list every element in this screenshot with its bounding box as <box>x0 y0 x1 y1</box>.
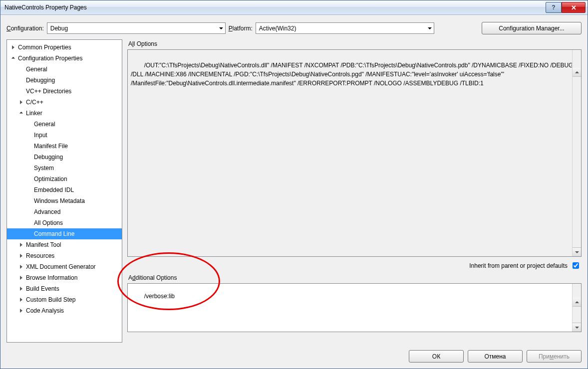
command-line-page: All Options /OUT:"C:\TfsProjects\Debug\N… <box>127 39 582 343</box>
tree-linker-debugging[interactable]: Debugging <box>7 152 122 163</box>
tree-linker-input[interactable]: Input <box>7 130 122 141</box>
tree-resources[interactable]: Resources <box>7 250 122 261</box>
platform-label: Platform: <box>229 25 253 32</box>
inherit-label: Inherit from parent or project defaults <box>469 262 568 269</box>
tree-linker-manifest-file[interactable]: Manifest File <box>7 141 122 152</box>
tree-linker-windows-metadata[interactable]: Windows Metadata <box>7 195 122 206</box>
all-options-textbox[interactable]: /OUT:"C:\TfsProjects\Debug\NativeControl… <box>127 49 582 257</box>
tree-ccpp[interactable]: C/C++ <box>7 97 122 108</box>
inherit-checkbox[interactable] <box>573 262 579 269</box>
tree-linker-command-line[interactable]: Command Line <box>7 228 122 239</box>
inherit-row: Inherit from parent or project defaults <box>127 257 582 273</box>
chevron-right-icon <box>18 253 24 259</box>
chevron-right-icon <box>18 242 24 248</box>
scroll-up-icon[interactable] <box>573 68 581 77</box>
tree-configuration-properties[interactable]: Configuration Properties <box>7 53 122 64</box>
scroll-down-icon[interactable] <box>573 247 581 256</box>
chevron-down-icon <box>10 55 16 61</box>
tree-common-properties[interactable]: Common Properties <box>7 42 122 53</box>
chevron-right-icon <box>18 297 24 303</box>
tree-linker-general[interactable]: General <box>7 119 122 130</box>
window-title: NativeControls Property Pages <box>4 4 546 11</box>
help-icon: ? <box>552 4 555 11</box>
cancel-button[interactable]: Отмена <box>468 350 523 363</box>
tree-manifest-tool[interactable]: Manifest Tool <box>7 239 122 250</box>
tree-browse-information[interactable]: Browse Information <box>7 272 122 283</box>
platform-value: Active(Win32) <box>259 25 296 32</box>
scroll-down-icon[interactable] <box>573 323 581 332</box>
tree-linker[interactable]: Linker <box>7 108 122 119</box>
scrollbar[interactable] <box>572 50 581 256</box>
dialog-window: NativeControls Property Pages ? ✕ Config… <box>0 0 588 369</box>
tree-debugging[interactable]: Debugging <box>7 75 122 86</box>
chevron-right-icon <box>18 275 24 281</box>
chevron-down-icon <box>18 110 24 116</box>
close-button[interactable]: ✕ <box>562 2 586 13</box>
configuration-value: Debug <box>50 25 68 32</box>
tree-linker-advanced[interactable]: Advanced <box>7 206 122 217</box>
configuration-dropdown[interactable]: Debug <box>47 22 226 34</box>
tree-build-events[interactable]: Build Events <box>7 283 122 294</box>
chevron-right-icon <box>18 308 24 314</box>
main-area: Common Properties Configuration Properti… <box>0 39 588 346</box>
chevron-right-icon <box>18 99 24 105</box>
titlebar: NativeControls Property Pages ? ✕ <box>0 0 588 15</box>
configuration-label: Configuration: <box>6 25 44 32</box>
tree-linker-all-options[interactable]: All Options <box>7 217 122 228</box>
chevron-right-icon <box>18 286 24 292</box>
scroll-up-icon[interactable] <box>573 298 581 307</box>
tree-custom-build-step[interactable]: Custom Build Step <box>7 294 122 305</box>
tree-linker-embedded-idl[interactable]: Embedded IDL <box>7 184 122 195</box>
tree-vcpp-directories[interactable]: VC++ Directories <box>7 86 122 97</box>
platform-dropdown[interactable]: Active(Win32) <box>256 22 434 34</box>
tree-linker-system[interactable]: System <box>7 163 122 174</box>
tree-panel[interactable]: Common Properties Configuration Properti… <box>6 39 122 343</box>
chevron-right-icon <box>10 44 16 50</box>
additional-options-label: Additional Options <box>127 273 582 283</box>
scrollbar[interactable] <box>572 284 581 332</box>
close-icon: ✕ <box>571 4 577 11</box>
apply-button[interactable]: Применить <box>527 350 582 363</box>
ok-button[interactable]: ОК <box>409 350 464 363</box>
all-options-label: All Options <box>127 39 582 49</box>
additional-options-textbox[interactable]: /verbose:lib <box>127 283 582 332</box>
tree-general[interactable]: General <box>7 64 122 75</box>
top-controls: Configuration: Debug Platform: Active(Wi… <box>0 15 588 39</box>
tree-code-analysis[interactable]: Code Analysis <box>7 305 122 316</box>
tree-linker-optimization[interactable]: Optimization <box>7 174 122 184</box>
configuration-manager-button[interactable]: Configuration Manager... <box>482 22 582 34</box>
dialog-buttons: ОК Отмена Применить <box>0 346 588 369</box>
chevron-right-icon <box>18 264 24 270</box>
help-button[interactable]: ? <box>546 2 562 13</box>
tree-xml-document-generator[interactable]: XML Document Generator <box>7 261 122 272</box>
titlebar-buttons: ? ✕ <box>546 2 586 13</box>
